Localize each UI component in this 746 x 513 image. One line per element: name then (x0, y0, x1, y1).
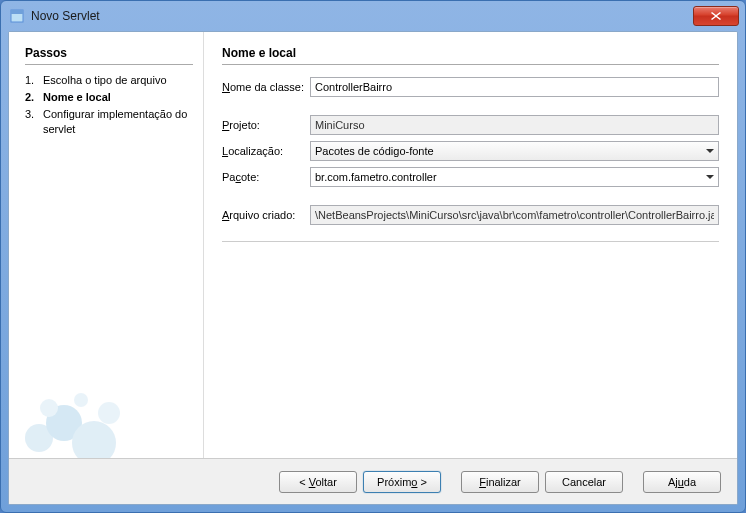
finish-button[interactable]: Finalizar (461, 471, 539, 493)
created-file-label: Arquivo criado: (222, 209, 310, 221)
project-input (310, 115, 719, 135)
close-button[interactable] (693, 6, 739, 26)
step-label: Configurar implementação do servlet (43, 107, 193, 137)
back-button[interactable]: < Voltar (279, 471, 357, 493)
class-name-label: Nome da classe: (222, 81, 310, 93)
steps-list: 1. Escolha o tipo de arquivo 2. Nome e l… (25, 73, 193, 136)
chevron-down-icon (706, 175, 714, 179)
titlebar: Novo Servlet (1, 1, 745, 31)
close-icon (711, 12, 721, 20)
package-label: Pacote: (222, 171, 310, 183)
svg-point-6 (74, 393, 88, 407)
location-label: Localização: (222, 145, 310, 157)
step-item: 3. Configurar implementação do servlet (25, 107, 193, 137)
step-label: Nome e local (43, 90, 111, 105)
watermark-icon (9, 348, 159, 458)
wizard-window: Novo Servlet Passos 1. Escolha o tipo de… (0, 0, 746, 513)
panel-title: Nome e local (222, 46, 719, 60)
step-item: 1. Escolha o tipo de arquivo (25, 73, 193, 88)
svg-rect-1 (11, 10, 23, 14)
window-title: Novo Servlet (31, 9, 693, 23)
row-created-file: Arquivo criado: (222, 205, 719, 225)
next-button[interactable]: Próximo > (363, 471, 441, 493)
content-area: Passos 1. Escolha o tipo de arquivo 2. N… (8, 31, 738, 505)
location-select[interactable]: Pacotes de código-fonte (310, 141, 719, 161)
chevron-down-icon (706, 149, 714, 153)
app-icon (9, 8, 25, 24)
help-button[interactable]: Ajuda (643, 471, 721, 493)
panel-divider (222, 64, 719, 65)
row-package: Pacote: br.com.fametro.controller (222, 167, 719, 187)
created-file-input (310, 205, 719, 225)
svg-point-5 (40, 399, 58, 417)
form-panel: Nome e local Nome da classe: Projeto: Lo… (204, 32, 737, 458)
location-select-wrap: Pacotes de código-fonte (310, 141, 719, 161)
row-class-name: Nome da classe: (222, 77, 719, 97)
row-location: Localização: Pacotes de código-fonte (222, 141, 719, 161)
step-item-current: 2. Nome e local (25, 90, 193, 105)
steps-divider (25, 64, 193, 65)
project-label: Projeto: (222, 119, 310, 131)
svg-point-7 (98, 402, 120, 424)
button-bar: < Voltar Próximo > Finalizar Cancelar Aj… (9, 458, 737, 504)
step-label: Escolha o tipo de arquivo (43, 73, 167, 88)
steps-panel: Passos 1. Escolha o tipo de arquivo 2. N… (9, 32, 204, 458)
package-select[interactable]: br.com.fametro.controller (310, 167, 719, 187)
form-divider (222, 241, 719, 242)
package-select-wrap: br.com.fametro.controller (310, 167, 719, 187)
steps-title: Passos (25, 46, 193, 60)
cancel-button[interactable]: Cancelar (545, 471, 623, 493)
content-inner: Passos 1. Escolha o tipo de arquivo 2. N… (9, 32, 737, 458)
class-name-input[interactable] (310, 77, 719, 97)
row-project: Projeto: (222, 115, 719, 135)
